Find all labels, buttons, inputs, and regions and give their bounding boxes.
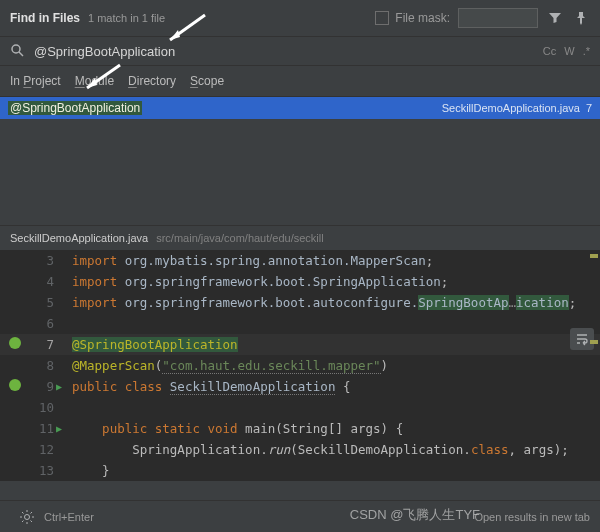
- keyboard-hint: Ctrl+Enter: [44, 511, 94, 523]
- code-preview[interactable]: 3import org.mybatis.spring.annotation.Ma…: [0, 250, 600, 481]
- dialog-title: Find in Files: [10, 11, 80, 25]
- soft-wrap-icon[interactable]: [570, 328, 594, 350]
- svg-point-4: [25, 514, 30, 519]
- svg-point-2: [9, 337, 21, 349]
- run-icon[interactable]: ▶: [56, 418, 62, 439]
- result-row[interactable]: @SpringBootApplication SeckillDemoApplic…: [0, 97, 600, 119]
- result-match-text: @SpringBootApplication: [8, 101, 142, 115]
- spring-icon: [8, 378, 22, 392]
- svg-line-1: [19, 52, 23, 56]
- spring-icon: [8, 336, 22, 350]
- line-number: ▶11: [0, 418, 72, 439]
- search-input[interactable]: [34, 44, 543, 59]
- regex-toggle[interactable]: .*: [583, 45, 590, 57]
- line-number: 10: [0, 397, 72, 418]
- line-number: ▶9: [0, 376, 72, 397]
- settings-icon[interactable]: [18, 508, 36, 526]
- line-number: 13: [0, 460, 72, 481]
- scope-in-project[interactable]: In Project: [10, 74, 61, 88]
- scroll-marker: [590, 254, 598, 258]
- result-file: SeckillDemoApplication.java: [442, 102, 580, 114]
- line-number: 12: [0, 439, 72, 460]
- file-mask-input[interactable]: [458, 8, 538, 28]
- svg-point-3: [9, 379, 21, 391]
- line-number: 4: [0, 271, 72, 292]
- line-number: 3: [0, 250, 72, 271]
- pin-icon[interactable]: [572, 9, 590, 27]
- svg-point-0: [12, 45, 20, 53]
- line-number: 7: [0, 334, 72, 355]
- whole-word-toggle[interactable]: W: [564, 45, 574, 57]
- line-number: 6: [0, 313, 72, 334]
- scope-scope[interactable]: Scope: [190, 74, 224, 88]
- line-number: 8: [0, 355, 72, 376]
- scroll-marker: [590, 340, 598, 344]
- line-number: 5: [0, 292, 72, 313]
- match-count: 1 match in 1 file: [88, 12, 165, 24]
- watermark: CSDN @飞腾人生TYF: [350, 506, 480, 524]
- results-list: @SpringBootApplication SeckillDemoApplic…: [0, 97, 600, 225]
- match-case-toggle[interactable]: Cc: [543, 45, 556, 57]
- preview-file-path: src/main/java/com/haut/edu/seckill: [156, 232, 324, 244]
- scope-module[interactable]: Module: [75, 74, 114, 88]
- result-line: 7: [586, 102, 592, 114]
- run-icon[interactable]: ▶: [56, 376, 62, 397]
- file-mask-label: File mask:: [395, 11, 450, 25]
- file-mask-checkbox[interactable]: [375, 11, 389, 25]
- open-in-find-window[interactable]: Open results in new tab: [474, 511, 590, 523]
- scope-directory[interactable]: Directory: [128, 74, 176, 88]
- search-icon: [10, 43, 26, 59]
- filter-icon[interactable]: [546, 9, 564, 27]
- preview-file-name: SeckillDemoApplication.java: [10, 232, 148, 244]
